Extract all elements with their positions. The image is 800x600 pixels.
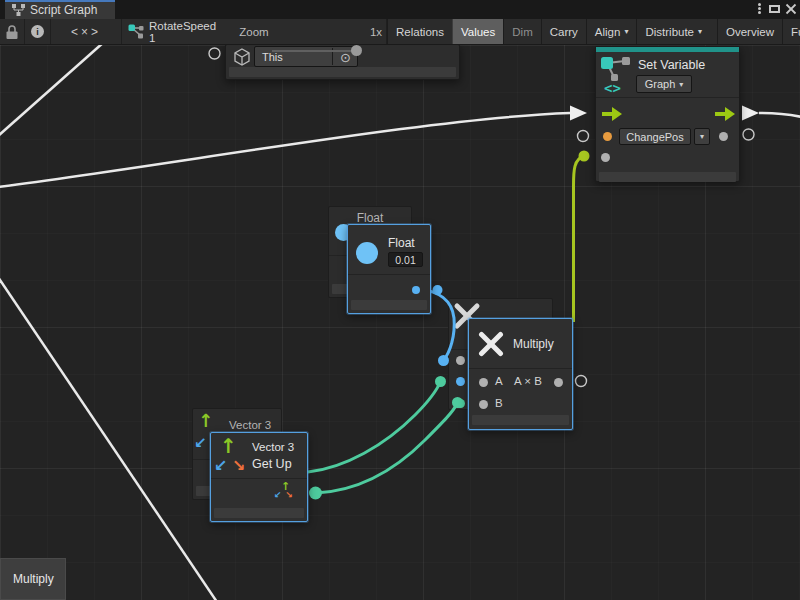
tab-label: Script Graph <box>30 3 97 17</box>
float-value-field[interactable]: 0.01 <box>388 252 423 267</box>
divider <box>469 368 572 369</box>
multiply-node[interactable]: Multiply A A × B B <box>468 318 573 430</box>
float-node[interactable]: Float 0.01 <box>347 224 431 314</box>
variable-scope-dropdown[interactable]: Graph ▾ <box>636 75 692 93</box>
multiply-x-icon <box>478 331 504 357</box>
align-label: Align <box>595 26 621 38</box>
fullscreen-button[interactable]: Full Screen <box>782 19 800 44</box>
variable-output-port[interactable] <box>719 132 728 141</box>
value-input-port[interactable] <box>601 153 610 162</box>
distribute-dropdown[interactable]: Distribute ▾ <box>636 19 710 44</box>
chevron-down-icon: ▾ <box>698 27 702 36</box>
mini-arrow-down-left-icon: ↙ <box>274 491 282 500</box>
kebab-menu-icon[interactable] <box>753 2 765 17</box>
breadcrumb[interactable]: RotateSpeed 1 <box>149 19 219 44</box>
this-field-value: This <box>262 51 283 63</box>
tooltip-label: Multiply <box>13 572 54 586</box>
variable-name-field[interactable]: ChangePos <box>619 128 691 145</box>
target-picker-icon[interactable]: ⊙ <box>340 50 351 65</box>
port-label-a: A <box>495 375 503 387</box>
divider <box>211 478 307 479</box>
align-dropdown[interactable]: Align ▾ <box>586 19 637 44</box>
zoom-label: Zoom <box>238 19 270 44</box>
toolbar-button-group: Relations Values Dim Carry Align ▾ Distr… <box>387 19 800 44</box>
code-view-button[interactable]: <×> <box>51 19 121 44</box>
close-icon[interactable] <box>785 3 797 15</box>
float-icon <box>356 242 378 264</box>
control-in-arrow[interactable] <box>602 107 622 121</box>
port-label-out: A × B <box>514 375 542 387</box>
chevron-down-icon: ▾ <box>700 132 704 141</box>
node-title: Float <box>329 211 411 225</box>
input-port-a[interactable] <box>479 378 488 387</box>
set-variable-node[interactable]: <> Set Variable Graph ▾ ChangePos ▾ <box>595 46 740 182</box>
graph-toolbar: i <×> RotateSpeed 1 Zoom 1x Relations Va… <box>0 19 800 45</box>
graph-icon <box>12 4 25 16</box>
info-icon: i <box>31 25 44 38</box>
input-port-connected-vector[interactable] <box>456 399 465 408</box>
port-label-b: B <box>495 397 503 409</box>
svg-text:<>: <> <box>604 80 621 95</box>
toolbar-separator <box>121 19 122 44</box>
chevron-down-icon: ▾ <box>679 80 683 89</box>
input-port-connected-float[interactable] <box>456 377 465 386</box>
variable-name-port[interactable] <box>603 132 612 141</box>
variable-name-dropdown-button[interactable]: ▾ <box>694 128 710 145</box>
multiply-tooltip: Multiply <box>0 558 66 600</box>
arrow-up-icon: ↑ <box>220 436 237 456</box>
tab-accent <box>5 0 115 2</box>
carry-button[interactable]: Carry <box>541 19 586 44</box>
divider <box>348 274 430 275</box>
node-title: Set Variable <box>638 58 705 72</box>
float-output-port[interactable] <box>412 286 420 294</box>
node-title: Vector 3 <box>252 441 294 453</box>
node-subtitle: Get Up <box>252 457 292 471</box>
divider <box>596 97 739 98</box>
node-accent-strip <box>596 47 739 52</box>
float-value: 0.01 <box>395 254 415 266</box>
node-footer <box>351 300 427 310</box>
input-port-b[interactable] <box>479 400 488 409</box>
overview-button[interactable]: Overview <box>717 19 782 44</box>
node-footer <box>599 172 736 182</box>
node-footer <box>214 508 304 518</box>
vector3-get-up-node[interactable]: ↑ ↙ ↘ Vector 3 Get Up ↑ ↙ ↘ <box>210 432 308 522</box>
input-port-a[interactable] <box>456 356 465 365</box>
script-machine-icon <box>128 24 144 40</box>
node-title: Vector 3 <box>229 419 271 431</box>
chevron-down-icon: ▾ <box>624 27 628 36</box>
arrow-up-icon: ↑ <box>198 412 213 430</box>
control-out-arrow[interactable] <box>715 107 735 121</box>
mini-arrow-down-right-icon: ↘ <box>285 491 293 500</box>
tab-bar: Script Graph <box>0 0 800 19</box>
cube-icon <box>233 48 251 66</box>
maximize-icon[interactable] <box>769 5 780 13</box>
output-port[interactable] <box>554 378 563 387</box>
relations-button[interactable]: Relations <box>387 19 452 44</box>
arrow-down-left-icon: ↙ <box>194 436 207 451</box>
arrow-down-left-icon: ↙ <box>214 458 227 474</box>
lock-button[interactable] <box>0 19 24 44</box>
distribute-label: Distribute <box>645 26 694 38</box>
zoom-slider-handle[interactable] <box>351 45 362 56</box>
set-variable-icon: <> <box>601 55 633 95</box>
zoom-slider-track[interactable] <box>272 50 352 52</box>
dim-button[interactable]: Dim <box>503 19 540 44</box>
node-title: Float <box>388 236 415 250</box>
scope-label: Graph <box>645 78 676 90</box>
zoom-value: 1x <box>366 19 386 44</box>
variable-name: ChangePos <box>626 131 684 143</box>
lock-icon <box>5 24 19 40</box>
node-footer <box>229 67 456 77</box>
info-button[interactable]: i <box>25 19 50 44</box>
arrow-down-right-icon: ↘ <box>232 458 245 474</box>
node-title: Multiply <box>513 337 554 351</box>
node-footer <box>472 415 569 425</box>
values-button[interactable]: Values <box>452 19 503 44</box>
tab-script-graph[interactable]: Script Graph <box>5 0 115 19</box>
